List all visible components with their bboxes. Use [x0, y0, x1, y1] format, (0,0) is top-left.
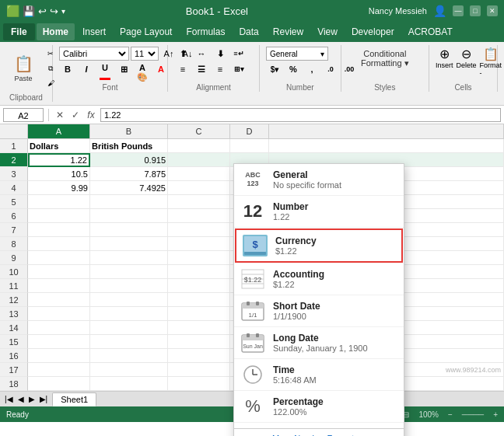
sheet-tab-sheet1[interactable]: Sheet1 — [52, 392, 96, 406]
underline-button[interactable]: U — [96, 62, 114, 76]
format-option-number[interactable]: 12 Number 1.22 — [234, 196, 404, 228]
menu-insert[interactable]: Insert — [76, 23, 112, 40]
redo-icon[interactable]: ↪ — [50, 5, 58, 17]
sheet-next-button[interactable]: ▶ — [27, 395, 37, 403]
cell-b13[interactable] — [90, 307, 168, 321]
cell-c18[interactable] — [168, 377, 230, 391]
minimize-button[interactable]: — — [453, 5, 464, 16]
cell-c1[interactable] — [168, 139, 230, 153]
cell-b8[interactable] — [90, 237, 168, 251]
row-header-13[interactable]: 13 — [0, 307, 28, 321]
cell-b4[interactable]: 7.4925 — [90, 181, 168, 195]
comma-button[interactable]: , — [303, 62, 320, 76]
cell-c4[interactable] — [168, 181, 230, 195]
cell-a4[interactable]: 9.99 — [28, 181, 90, 195]
decrease-decimal-button[interactable]: .0 — [322, 62, 339, 76]
menu-data[interactable]: Data — [233, 23, 264, 40]
percent-button[interactable]: % — [285, 62, 302, 76]
row-header-9[interactable]: 9 — [0, 251, 28, 265]
col-header-a[interactable]: A — [28, 124, 90, 138]
number-format-box[interactable]: General ▾ — [266, 47, 328, 61]
align-center-button[interactable]: ☰ — [193, 62, 210, 76]
menu-home[interactable]: Home — [37, 23, 75, 40]
cell-b3[interactable]: 7.875 — [90, 167, 168, 181]
cell-c16[interactable] — [168, 349, 230, 363]
cell-a7[interactable] — [28, 223, 90, 237]
formula-cancel-icon[interactable]: ✕ — [54, 110, 66, 120]
menu-review[interactable]: Review — [267, 23, 310, 40]
cell-a14[interactable] — [28, 321, 90, 335]
row-header-2[interactable]: 2 — [0, 153, 28, 167]
bold-button[interactable]: B — [59, 62, 76, 76]
italic-button[interactable]: I — [78, 62, 95, 76]
row-header-17[interactable]: 17 — [0, 363, 28, 377]
formula-fx-icon[interactable]: fx — [85, 110, 97, 120]
format-option-accounting[interactable]: $1.22 Accounting $1.22 — [234, 263, 404, 295]
cell-a12[interactable] — [28, 293, 90, 307]
cell-reference-box[interactable]: A2 — [3, 108, 44, 122]
col-header-b[interactable]: B — [90, 124, 168, 138]
align-right-button[interactable]: ≡ — [212, 62, 229, 76]
cell-c13[interactable] — [168, 307, 230, 321]
font-color-button[interactable]: A — [152, 62, 170, 76]
col-header-c[interactable]: C — [168, 124, 230, 138]
cell-a13[interactable] — [28, 307, 90, 321]
row-header-5[interactable]: 5 — [0, 195, 28, 209]
format-option-fraction[interactable]: ½ Fraction 1 2/9 — [234, 423, 404, 428]
zoom-minus-button[interactable]: − — [448, 410, 453, 419]
row-header-3[interactable]: 3 — [0, 167, 28, 181]
restore-button[interactable]: □ — [470, 5, 481, 16]
cell-b7[interactable] — [90, 223, 168, 237]
cell-b14[interactable] — [90, 321, 168, 335]
row-header-7[interactable]: 7 — [0, 223, 28, 237]
row-header-11[interactable]: 11 — [0, 279, 28, 293]
row-header-6[interactable]: 6 — [0, 209, 28, 223]
cell-a8[interactable] — [28, 237, 90, 251]
copy-button[interactable]: ⧉ — [42, 61, 59, 75]
menu-formulas[interactable]: Formulas — [180, 23, 231, 40]
cell-c12[interactable] — [168, 293, 230, 307]
cell-b16[interactable] — [90, 349, 168, 363]
cell-c9[interactable] — [168, 251, 230, 265]
zoom-slider[interactable]: ──── — [462, 410, 484, 419]
row-header-10[interactable]: 10 — [0, 265, 28, 279]
format-option-general[interactable]: ABC123 General No specific format — [234, 164, 404, 196]
merge-button[interactable]: ⊞▾ — [230, 62, 247, 76]
row-header-4[interactable]: 4 — [0, 181, 28, 195]
menu-developer[interactable]: Developer — [345, 23, 401, 40]
zoom-plus-button[interactable]: + — [493, 410, 498, 419]
cell-b9[interactable] — [90, 251, 168, 265]
conditional-format-button[interactable]: Conditional Formatting ▾ — [348, 47, 422, 71]
cell-a18[interactable] — [28, 377, 90, 391]
insert-button[interactable]: ⊕ Insert — [436, 47, 453, 77]
cell-b11[interactable] — [90, 279, 168, 293]
cell-c7[interactable] — [168, 223, 230, 237]
row-header-1[interactable]: 1 — [0, 139, 28, 153]
cell-a9[interactable] — [28, 251, 90, 265]
cell-c8[interactable] — [168, 237, 230, 251]
cell-c14[interactable] — [168, 321, 230, 335]
cell-b1[interactable]: British Pounds — [90, 139, 168, 153]
cell-a5[interactable] — [28, 195, 90, 209]
cell-b18[interactable] — [90, 377, 168, 391]
cell-a11[interactable] — [28, 279, 90, 293]
format-option-long-date[interactable]: Sun Jan Long Date Sunday, January 1, 190… — [234, 327, 404, 359]
row-header-16[interactable]: 16 — [0, 349, 28, 363]
font-size-select[interactable]: 11 — [131, 47, 159, 61]
cell-c10[interactable] — [168, 265, 230, 279]
cell-a16[interactable] — [28, 349, 90, 363]
menu-view[interactable]: View — [311, 23, 344, 40]
row-header-18[interactable]: 18 — [0, 377, 28, 391]
wrap-text-button[interactable]: ≡↵ — [230, 47, 247, 61]
border-button[interactable]: ⊞ — [115, 62, 132, 76]
col-header-d[interactable]: D — [230, 124, 269, 138]
align-middle-button[interactable]: ↔ — [193, 47, 210, 61]
cell-c15[interactable] — [168, 335, 230, 349]
currency-style-button[interactable]: $▾ — [266, 62, 283, 76]
format-button[interactable]: 📋 Format - — [480, 47, 502, 77]
cell-b10[interactable] — [90, 265, 168, 279]
cell-c5[interactable] — [168, 195, 230, 209]
menu-page-layout[interactable]: Page Layout — [114, 23, 178, 40]
align-left-button[interactable]: ≡ — [174, 62, 191, 76]
sheet-last-button[interactable]: ▶| — [38, 395, 50, 403]
